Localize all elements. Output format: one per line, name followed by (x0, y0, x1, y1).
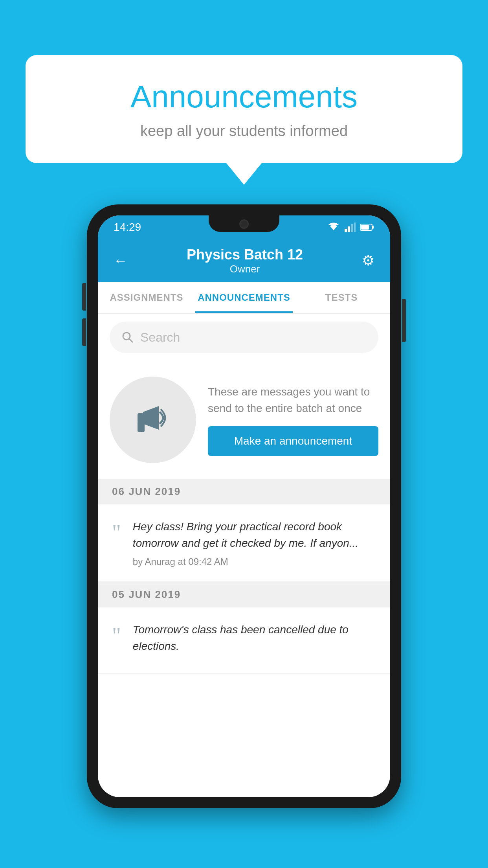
search-box[interactable]: Search (110, 322, 378, 353)
announcement-item-2[interactable]: " Tomorrow's class has been cancelled du… (98, 607, 390, 674)
speech-bubble-subtitle: keep all your students informed (57, 123, 431, 140)
svg-rect-4 (354, 223, 356, 232)
app-bar-subtitle: Owner (187, 263, 303, 275)
tab-announcements[interactable]: ANNOUNCEMENTS (195, 282, 293, 313)
wifi-icon (327, 223, 340, 232)
promo-content: These are messages you want to send to t… (208, 384, 378, 456)
svg-line-9 (129, 339, 133, 342)
date-separator-2: 05 JUN 2019 (98, 582, 390, 607)
speech-bubble-title: Announcements (57, 79, 431, 115)
app-bar: ← Physics Batch 12 Owner ⚙ (98, 239, 390, 282)
volume-up-button (82, 283, 86, 311)
status-time: 14:29 (114, 221, 141, 234)
tab-assignments[interactable]: ASSIGNMENTS (98, 282, 195, 313)
promo-text: These are messages you want to send to t… (208, 384, 378, 417)
app-bar-title-group: Physics Batch 12 Owner (187, 246, 303, 275)
search-placeholder: Search (140, 330, 180, 345)
make-announcement-button[interactable]: Make an announcement (208, 426, 378, 456)
promo-section: These are messages you want to send to t… (98, 361, 390, 479)
back-button[interactable]: ← (114, 252, 128, 269)
announcement-text-1: Hey class! Bring your practical record b… (133, 519, 376, 552)
search-icon (121, 331, 134, 344)
announcement-item-1[interactable]: " Hey class! Bring your practical record… (98, 504, 390, 582)
svg-rect-1 (345, 229, 347, 232)
tabs-bar: ASSIGNMENTS ANNOUNCEMENTS TESTS (98, 282, 390, 314)
svg-marker-0 (330, 226, 337, 230)
speech-bubble-section: Announcements keep all your students inf… (26, 55, 462, 185)
volume-down-button (82, 318, 86, 346)
svg-rect-7 (361, 225, 369, 230)
phone-mockup: 14:29 (87, 204, 401, 808)
settings-button[interactable]: ⚙ (362, 252, 374, 269)
svg-rect-3 (351, 224, 353, 232)
svg-point-8 (123, 333, 130, 340)
quote-icon: " (112, 522, 121, 544)
promo-icon-circle (110, 377, 196, 463)
announcement-content-2: Tomorrow's class has been cancelled due … (133, 622, 376, 659)
battery-icon (360, 223, 374, 232)
megaphone-icon (131, 398, 174, 441)
date-separator-1: 06 JUN 2019 (98, 479, 390, 504)
announcement-meta-1: by Anurag at 09:42 AM (133, 556, 376, 567)
camera-icon (239, 219, 249, 229)
announcement-text-2: Tomorrow's class has been cancelled due … (133, 622, 376, 655)
svg-rect-2 (348, 226, 350, 232)
tab-tests[interactable]: TESTS (293, 282, 390, 313)
power-button (402, 299, 406, 342)
speech-bubble-tail (226, 163, 262, 185)
search-container: Search (98, 314, 390, 361)
quote-icon-2: " (112, 625, 121, 647)
announcement-content-1: Hey class! Bring your practical record b… (133, 519, 376, 567)
phone-screen: 14:29 (98, 215, 390, 797)
phone-notch (209, 215, 279, 232)
speech-bubble: Announcements keep all your students inf… (26, 55, 462, 163)
svg-rect-6 (372, 226, 374, 229)
status-icons (327, 223, 374, 232)
app-bar-title: Physics Batch 12 (187, 246, 303, 263)
phone-frame: 14:29 (87, 204, 401, 808)
svg-rect-11 (138, 421, 145, 432)
signal-icon (345, 223, 356, 232)
